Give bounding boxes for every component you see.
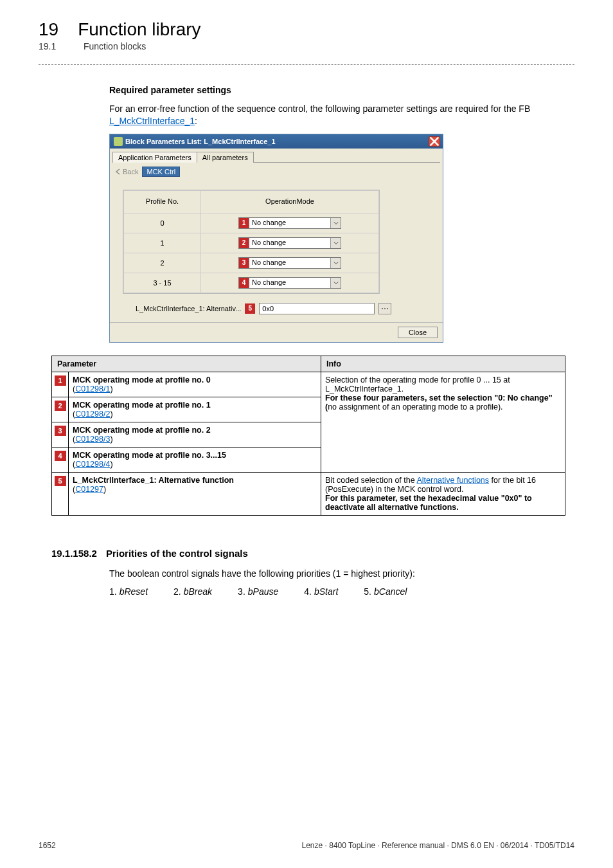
info5-line2: For this parameter, set the hexadecimal …	[325, 494, 532, 512]
section-number: 19.1	[39, 41, 64, 51]
profile-no-cell: 1	[124, 233, 201, 253]
block-parameters-dialog: Block Parameters List: L_MckCtrlInterfac…	[109, 134, 443, 343]
prio-val-5: bCancel	[374, 586, 407, 597]
alt-function-label: L_MckCtrlInterface_1: Alternativ...	[136, 305, 241, 312]
info-group1-line1: Selection of the operating mode for prof…	[325, 375, 510, 393]
prio-val-4: bStart	[314, 586, 338, 597]
param-title-1: MCK operating mode at profile no. 0	[73, 375, 211, 384]
badge-2: 2	[239, 238, 249, 248]
intro-text-pre: For an error-free function of the sequen…	[109, 104, 530, 114]
page-footer: 1652 Lenze · 8400 TopLine · Reference ma…	[39, 841, 574, 850]
intro-paragraph: For an error-free function of the sequen…	[109, 103, 574, 127]
param-code-link-4[interactable]: C01298/4	[75, 460, 110, 469]
operation-mode-value-3-15: No change	[249, 278, 330, 288]
footer-text: Lenze · 8400 TopLine · Reference manual …	[302, 841, 574, 850]
prio-num-5: 5.	[364, 586, 371, 597]
prio-num-4: 4.	[304, 586, 312, 597]
param-code-link-5[interactable]: C01297	[75, 485, 103, 494]
priorities-list: 1. bReset 2. bBreak 3. bPause 4. bStart …	[109, 586, 574, 597]
profile-no-cell: 2	[124, 253, 201, 273]
param-header-info: Info	[321, 356, 565, 372]
close-icon	[429, 136, 440, 147]
back-button[interactable]: Back	[115, 168, 138, 176]
param-header-parameter: Parameter	[52, 356, 321, 372]
required-settings-heading: Required parameter settings	[109, 84, 574, 96]
operation-mode-value-2: No change	[249, 258, 330, 268]
prio-num-3: 3.	[238, 586, 245, 597]
param-title-2: MCK operating mode at profile no. 1	[73, 401, 211, 410]
operation-mode-select-0[interactable]: 1 No change	[238, 217, 341, 229]
info5-line1a: Bit coded selection of the	[325, 476, 416, 485]
chapter-title: Function library	[78, 19, 200, 40]
chapter-number: 19	[39, 19, 58, 40]
prio-val-3: bPause	[248, 586, 278, 597]
badge-3: 3	[239, 258, 249, 268]
operation-mode-value-1: No change	[249, 238, 330, 248]
col-operation-mode: OperationMode	[201, 190, 379, 213]
row-badge-2: 2	[55, 401, 66, 411]
dialog-app-icon	[114, 137, 123, 146]
arrow-left-icon	[115, 168, 121, 175]
operation-mode-select-1[interactable]: 2 No change	[238, 237, 341, 249]
profile-no-cell: 3 - 15	[124, 273, 201, 293]
chevron-down-icon	[330, 238, 341, 248]
alt-function-field[interactable]: 0x0	[259, 303, 375, 314]
close-button[interactable]: Close	[398, 327, 438, 338]
subsection-number: 19.1.158.2	[51, 548, 97, 559]
prio-num-2: 2.	[173, 586, 181, 597]
profile-grid: Profile No. OperationMode 0 1 No change	[123, 190, 380, 294]
param-title-4: MCK operating mode at profile no. 3...15	[73, 451, 226, 460]
ellipsis-icon	[381, 305, 389, 312]
param-code-link-2[interactable]: C01298/2	[75, 410, 110, 419]
param-code-link-1[interactable]: C01298/1	[75, 384, 110, 393]
row-badge-4: 4	[55, 451, 66, 461]
svg-point-0	[382, 308, 383, 309]
profile-no-cell: 0	[124, 213, 201, 233]
priorities-paragraph: The boolean control signals have the fol…	[109, 568, 574, 580]
svg-point-1	[384, 308, 386, 309]
page-number: 1652	[39, 841, 56, 850]
info-group1-line2b: no assignment of an operating mode to a …	[328, 402, 502, 411]
tab-application-parameters[interactable]: Application Parameters	[112, 152, 197, 163]
back-label: Back	[123, 168, 138, 176]
operation-mode-value-0: No change	[249, 218, 330, 228]
dialog-close-x[interactable]	[429, 136, 440, 147]
operation-mode-select-3-15[interactable]: 4 No change	[238, 277, 341, 289]
chevron-down-icon	[330, 258, 341, 268]
param-title-5: L_MckCtrlInterface_1: Alternative functi…	[73, 476, 234, 485]
chevron-down-icon	[330, 278, 341, 288]
fb-link[interactable]: L_MckCtrlInterface_1	[109, 116, 195, 126]
bits-editor-button[interactable]	[378, 303, 391, 314]
intro-text-post: :	[195, 116, 197, 126]
row-badge-3: 3	[55, 426, 66, 436]
col-profile-no: Profile No.	[124, 190, 201, 213]
row-badge-1: 1	[55, 375, 66, 386]
row-badge-5: 5	[55, 476, 66, 486]
prio-val-1: bReset	[120, 586, 148, 597]
svg-point-2	[387, 308, 388, 309]
tab-all-parameters[interactable]: All parameters	[197, 152, 254, 163]
chevron-down-icon	[330, 218, 341, 228]
divider	[39, 64, 574, 65]
param-code-link-3[interactable]: C01298/3	[75, 435, 110, 444]
badge-4: 4	[239, 278, 249, 288]
breadcrumb-current[interactable]: MCK Ctrl	[142, 167, 180, 177]
subsection-title: Priorities of the control signals	[106, 548, 248, 559]
dialog-titlebar: Block Parameters List: L_MckCtrlInterfac…	[110, 134, 443, 149]
prio-val-2: bBreak	[184, 586, 212, 597]
prio-num-1: 1.	[109, 586, 117, 597]
badge-1: 1	[239, 218, 249, 228]
operation-mode-select-2[interactable]: 3 No change	[238, 257, 341, 269]
alternative-functions-link[interactable]: Alternative functions	[416, 476, 489, 485]
param-title-3: MCK operating mode at profile no. 2	[73, 426, 211, 435]
dialog-title: Block Parameters List: L_MckCtrlInterfac…	[125, 138, 276, 145]
badge-5: 5	[245, 303, 255, 314]
section-title: Function blocks	[84, 41, 146, 51]
parameter-table: Parameter Info 1 MCK operating mode at p…	[51, 356, 565, 516]
